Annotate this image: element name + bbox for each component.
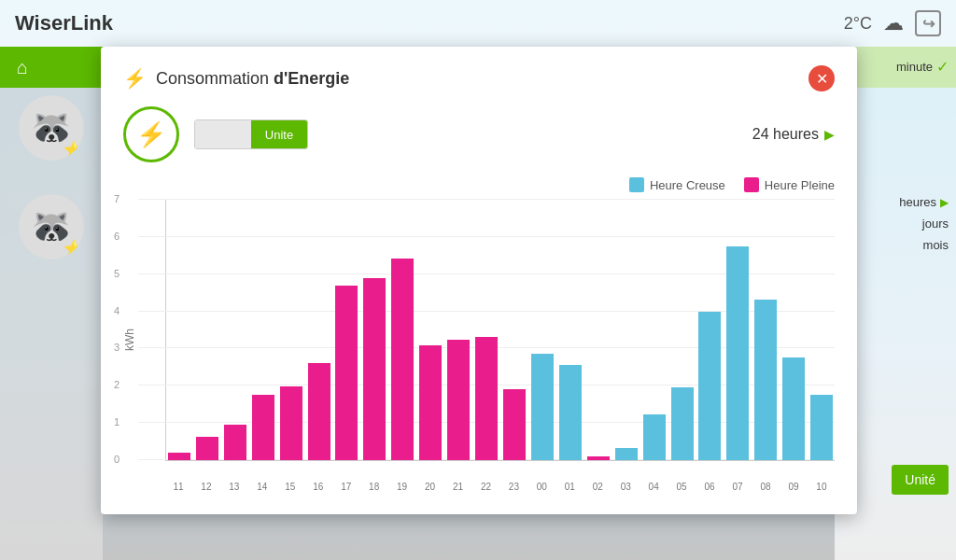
right-menu: heures ▶ jours mois bbox=[842, 191, 949, 256]
weather-icon: ☁ bbox=[883, 11, 904, 35]
bar-group-23 bbox=[501, 200, 527, 460]
bar-group-07 bbox=[724, 200, 751, 460]
modal-title-normal: Consommation bbox=[156, 69, 274, 88]
home-nav-button[interactable]: ⌂ bbox=[7, 53, 37, 82]
bar-group-19 bbox=[389, 200, 415, 460]
bar-19[interactable] bbox=[391, 259, 414, 460]
avatar-1[interactable]: 🦝 ⭐ bbox=[19, 95, 84, 161]
bar-07[interactable] bbox=[726, 246, 749, 460]
modal-header: ⚡ Consommation d'Energie ✕ bbox=[123, 65, 835, 91]
unite-button-right[interactable]: Unité bbox=[892, 465, 949, 495]
bar-10[interactable] bbox=[810, 395, 833, 460]
modal-title-area: ⚡ Consommation d'Energie bbox=[123, 67, 349, 90]
x-label-03: 03 bbox=[612, 482, 639, 492]
bar-group-01 bbox=[557, 200, 583, 460]
chart-inner: 01234567 bbox=[165, 200, 835, 461]
y-axis-label: kWh bbox=[123, 329, 136, 351]
bar-group-15 bbox=[278, 200, 304, 460]
bar-05[interactable] bbox=[671, 387, 694, 460]
bar-02[interactable] bbox=[587, 456, 610, 460]
bar-group-06 bbox=[697, 200, 724, 460]
weather-temperature: 2°C bbox=[844, 14, 872, 34]
bar-20[interactable] bbox=[419, 345, 442, 460]
bar-group-22 bbox=[473, 200, 499, 460]
modal-close-button[interactable]: ✕ bbox=[808, 65, 835, 91]
right-panel-mois[interactable]: mois bbox=[842, 234, 949, 256]
x-label-17: 17 bbox=[333, 482, 359, 492]
x-axis-labels: 1112131415161718192021222300010203040506… bbox=[123, 482, 835, 492]
bar-group-05 bbox=[669, 200, 696, 460]
mois-label: mois bbox=[923, 238, 949, 252]
legend-heure-pleine-label: Heure Pleine bbox=[765, 178, 835, 192]
bar-group-03 bbox=[613, 200, 640, 460]
x-label-20: 20 bbox=[417, 482, 443, 492]
legend-pink-color bbox=[744, 177, 759, 192]
top-bar: WiserLink 2°C ☁ ↪ bbox=[0, 0, 956, 47]
x-label-10: 10 bbox=[808, 482, 835, 492]
period-arrow-icon[interactable]: ▶ bbox=[824, 127, 835, 142]
bar-18[interactable] bbox=[363, 278, 386, 460]
energy-modal: ⚡ Consommation d'Energie ✕ ⚡ Unite 24 he… bbox=[101, 47, 857, 514]
legend-heure-pleine: Heure Pleine bbox=[744, 177, 835, 192]
bar-11[interactable] bbox=[168, 453, 190, 460]
bar-03[interactable] bbox=[615, 448, 638, 460]
bar-12[interactable] bbox=[196, 437, 218, 460]
unite-toggle[interactable]: Unite bbox=[194, 119, 308, 149]
x-label-11: 11 bbox=[165, 482, 191, 492]
bar-group-21 bbox=[445, 200, 471, 460]
right-panel-jours[interactable]: jours bbox=[842, 213, 949, 234]
bar-08[interactable] bbox=[754, 300, 777, 460]
legend-heure-creuse: Heure Creuse bbox=[629, 177, 725, 192]
bar-06[interactable] bbox=[698, 312, 721, 460]
x-label-13: 13 bbox=[221, 482, 247, 492]
bar-16[interactable] bbox=[308, 363, 330, 460]
bar-15[interactable] bbox=[280, 386, 302, 461]
check-icon: ✓ bbox=[936, 58, 949, 76]
right-panel-heures[interactable]: heures ▶ bbox=[842, 191, 949, 213]
left-controls: ⚡ Unite bbox=[123, 106, 308, 162]
bar-17[interactable] bbox=[335, 286, 358, 460]
bar-01[interactable] bbox=[559, 365, 582, 460]
x-label-07: 07 bbox=[724, 482, 751, 492]
bar-21[interactable] bbox=[447, 340, 470, 460]
unite-label: Unite bbox=[265, 128, 293, 142]
x-label-16: 16 bbox=[305, 482, 331, 492]
bar-group-02 bbox=[585, 200, 612, 460]
bar-23[interactable] bbox=[503, 389, 526, 460]
lightning-header-icon: ⚡ bbox=[123, 67, 147, 90]
x-label-21: 21 bbox=[445, 482, 471, 492]
lightning-circle-glyph: ⚡ bbox=[136, 120, 166, 149]
bar-group-12 bbox=[194, 200, 220, 460]
bar-group-20 bbox=[417, 200, 443, 460]
heures-arrow-icon: ▶ bbox=[940, 196, 949, 209]
avatar-2[interactable]: 🦝 ⭐ bbox=[19, 194, 84, 259]
legend-heure-creuse-label: Heure Creuse bbox=[650, 178, 725, 192]
bar-09[interactable] bbox=[782, 357, 805, 460]
x-label-01: 01 bbox=[556, 482, 583, 492]
x-label-06: 06 bbox=[696, 482, 723, 492]
bar-22[interactable] bbox=[475, 337, 498, 461]
bar-00[interactable] bbox=[531, 354, 554, 460]
left-sidebar: 🦝 ⭐ 🦝 ⭐ bbox=[0, 88, 103, 560]
bar-group-10 bbox=[808, 200, 835, 460]
bar-14[interactable] bbox=[252, 395, 274, 460]
exit-button[interactable]: ↪ bbox=[915, 10, 941, 36]
bar-13[interactable] bbox=[224, 425, 246, 460]
modal-title: Consommation d'Energie bbox=[156, 69, 349, 89]
x-label-00: 00 bbox=[528, 482, 555, 492]
bar-04[interactable] bbox=[643, 414, 666, 460]
modal-controls: ⚡ Unite 24 heures ▶ bbox=[123, 106, 835, 162]
logo-text: WiserLink bbox=[15, 11, 113, 35]
x-label-05: 05 bbox=[668, 482, 695, 492]
bar-group-08 bbox=[752, 200, 779, 460]
logo-text2: Link bbox=[71, 11, 113, 35]
right-controls: 24 heures ▶ bbox=[752, 126, 835, 143]
exit-icon: ↪ bbox=[922, 15, 935, 33]
chart-container: kWh 01234567 bbox=[123, 200, 835, 480]
jours-label: jours bbox=[922, 217, 949, 231]
unite-toggle-right[interactable]: Unite bbox=[251, 120, 307, 148]
close-icon: ✕ bbox=[816, 70, 828, 88]
minute-label: minute bbox=[896, 60, 933, 74]
x-label-18: 18 bbox=[361, 482, 387, 492]
x-label-04: 04 bbox=[640, 482, 667, 492]
